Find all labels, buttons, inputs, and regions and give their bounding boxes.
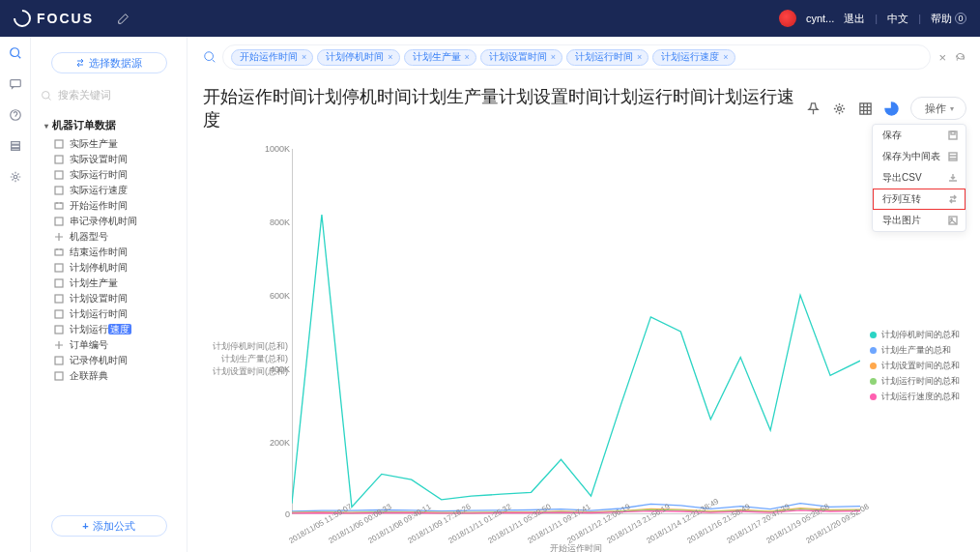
menu-transpose[interactable]: 行列互转 [873, 189, 966, 210]
tree-item[interactable]: 机器型号 [44, 229, 177, 245]
svg-point-7 [43, 91, 50, 99]
tree-item[interactable]: 订单编号 [44, 337, 177, 353]
app-header: FOCUS cynt... 退出 | 中文 | 帮助 0 [0, 0, 980, 37]
tree-item[interactable]: 串记录停机时间 [44, 214, 177, 229]
x-ticks: 2018/11/05 11:59:07 2018/11/06 00:08:33 … [292, 516, 860, 552]
menu-save-intermediate[interactable]: 保存为中间表 [873, 146, 966, 167]
menu-export-image[interactable]: 导出图片 [873, 210, 966, 231]
chip[interactable]: 计划设置时间× [480, 49, 562, 66]
legend-item[interactable]: 计划生产量的总和 [870, 344, 966, 357]
svg-rect-5 [11, 149, 19, 151]
download-icon [948, 173, 958, 183]
chip[interactable]: 计划运行速度× [652, 49, 735, 66]
sidebar-search[interactable]: 搜索关键词 [41, 85, 177, 106]
edit-icon[interactable] [117, 12, 130, 25]
legend-item[interactable]: 计划设置时间的总和 [870, 360, 966, 372]
y-tick: 0 [257, 509, 290, 519]
tree-section[interactable]: 机器订单数据 [44, 118, 177, 132]
svg-rect-26 [951, 131, 955, 134]
lang-toggle[interactable]: 中文 [887, 12, 908, 26]
clear-query-icon[interactable]: × [937, 50, 948, 65]
chip-container[interactable]: 开始运作时间× 计划停机时间× 计划生产量× 计划设置时间× 计划运行时间× 计… [222, 44, 931, 70]
legend-item[interactable]: 计划运行速度的总和 [870, 391, 966, 403]
chip[interactable]: 计划运行时间× [566, 49, 649, 66]
svg-rect-11 [55, 187, 63, 194]
svg-rect-19 [55, 326, 63, 334]
svg-rect-21 [55, 372, 63, 380]
help-rail-icon[interactable] [9, 108, 22, 122]
tree-item[interactable]: 开始运作时间 [44, 198, 177, 214]
add-formula-button[interactable]: +添加公式 [51, 515, 167, 537]
chip[interactable]: 开始运作时间× [231, 49, 313, 66]
operations-button[interactable]: 操作 ▾ [910, 97, 966, 120]
svg-rect-17 [55, 295, 63, 303]
tree-item[interactable]: 记录停机时间 [44, 353, 177, 368]
y-tick: 400K [257, 364, 290, 374]
sidebar: 选择数据源 搜索关键词 机器订单数据 实际生产量 实际设置时间 实际运行时间 实… [31, 37, 187, 552]
refresh-icon[interactable] [954, 51, 966, 64]
svg-rect-16 [55, 279, 63, 287]
image-icon [948, 216, 958, 225]
help-count: 0 [955, 13, 966, 24]
chart: 计划停机时间(总和) 计划生产量(总和) 计划设置时间(总和) 1000K 80… [203, 137, 966, 552]
table-icon[interactable] [858, 102, 873, 116]
field-tree: 机器订单数据 实际生产量 实际设置时间 实际运行时间 实际运行速度 开始运作时间… [31, 114, 187, 515]
tree-item[interactable]: 实际生产量 [44, 136, 177, 152]
svg-rect-27 [949, 153, 957, 160]
chip[interactable]: 计划停机时间× [317, 49, 399, 66]
stack-rail-icon[interactable] [9, 139, 22, 153]
svg-rect-3 [11, 142, 19, 145]
query-bar: 开始运作时间× 计划停机时间× 计划生产量× 计划设置时间× 计划运行时间× 计… [203, 44, 966, 70]
save-icon [948, 131, 958, 140]
logo: FOCUS [14, 10, 94, 27]
chip-close-icon[interactable]: × [551, 52, 556, 62]
chip-close-icon[interactable]: × [302, 52, 306, 62]
menu-export-csv[interactable]: 导出CSV [873, 167, 966, 189]
gear-icon[interactable] [832, 102, 847, 116]
legend-item[interactable]: 计划运行时间的总和 [870, 375, 966, 388]
left-rail [0, 37, 31, 552]
query-search-icon[interactable] [203, 50, 216, 64]
tree-item[interactable]: 计划运行速度 [44, 322, 177, 337]
y-tick: 600K [257, 291, 290, 301]
avatar[interactable] [779, 10, 796, 27]
tree-item[interactable]: 计划停机时间 [44, 260, 177, 276]
tree-item[interactable]: 实际设置时间 [44, 152, 177, 167]
y-tick: 1000K [257, 144, 290, 154]
svg-rect-20 [55, 357, 63, 364]
x-axis-label: 开始运作时间 [550, 542, 602, 552]
tree-item[interactable]: 计划运行时间 [44, 306, 177, 322]
help-link[interactable]: 帮助 0 [931, 12, 966, 26]
chat-rail-icon[interactable] [9, 77, 22, 91]
chip-close-icon[interactable]: × [388, 52, 392, 62]
menu-save[interactable]: 保存 [873, 125, 966, 146]
svg-point-0 [10, 48, 18, 57]
table-small-icon [948, 152, 958, 161]
chip[interactable]: 计划生产量× [404, 49, 476, 66]
tree-item[interactable]: 实际运行速度 [44, 183, 177, 198]
tree-item[interactable]: 企联辞典 [44, 368, 177, 384]
logout-link[interactable]: 退出 [844, 12, 865, 26]
svg-rect-1 [10, 80, 20, 87]
tree-item[interactable]: 计划生产量 [44, 276, 177, 291]
search-rail-icon[interactable] [9, 46, 22, 60]
pie-icon[interactable] [884, 102, 899, 116]
svg-rect-25 [949, 131, 957, 139]
settings-rail-icon[interactable] [9, 170, 22, 184]
svg-point-23 [838, 106, 842, 110]
brand-text: FOCUS [37, 11, 94, 26]
username[interactable]: cynt... [806, 13, 834, 24]
tree-item[interactable]: 实际运行时间 [44, 167, 177, 183]
chip-close-icon[interactable]: × [723, 52, 728, 62]
chevron-down-icon: ▾ [950, 104, 954, 113]
select-datasource-button[interactable]: 选择数据源 [51, 52, 167, 73]
tree-item[interactable]: 计划设置时间 [44, 291, 177, 306]
svg-point-6 [14, 175, 17, 179]
legend-item[interactable]: 计划停机时间的总和 [870, 329, 966, 341]
chip-close-icon[interactable]: × [637, 52, 642, 62]
tree-item[interactable]: 结束运作时间 [44, 245, 177, 260]
svg-rect-15 [55, 264, 63, 272]
chip-close-icon[interactable]: × [465, 52, 470, 62]
page-title: 开始运作时间计划停机时间计划生产量计划设置时间计划运行时间计划运行速度 [203, 85, 806, 131]
pin-icon[interactable] [806, 102, 821, 116]
